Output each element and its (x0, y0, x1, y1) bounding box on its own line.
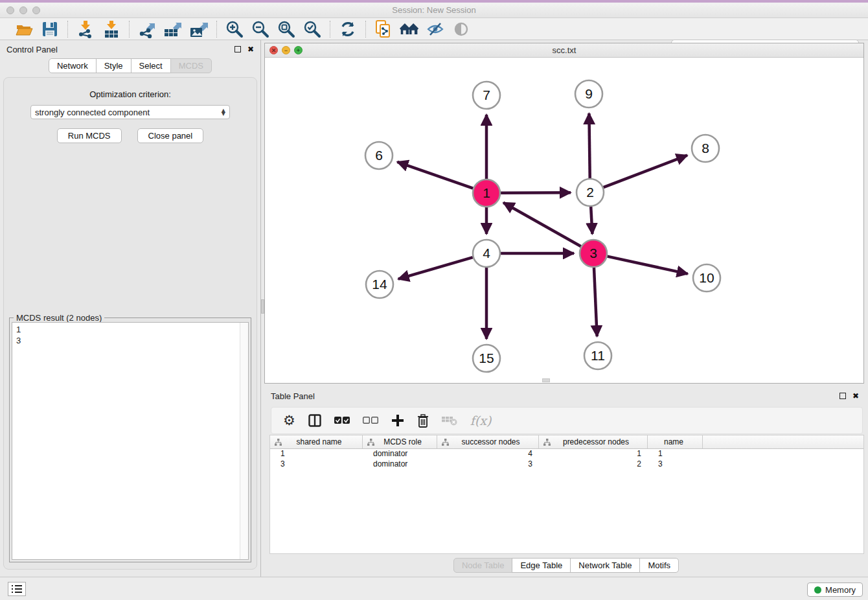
show-all-icon[interactable] (451, 20, 471, 38)
apply-layout-icon[interactable] (338, 20, 358, 38)
float-table-panel-icon[interactable] (839, 393, 846, 399)
zoom-in-icon[interactable] (225, 20, 244, 38)
edge-1-6[interactable] (397, 162, 473, 189)
zoom-out-icon[interactable] (251, 20, 270, 38)
canvas-scroll-thumb[interactable] (542, 378, 550, 382)
mcds-result-title: MCDS result (2 nodes) (14, 313, 104, 323)
tab-motifs[interactable]: Motifs (639, 558, 679, 573)
add-column-icon[interactable] (391, 414, 404, 427)
control-panel-title: Control Panel (6, 45, 58, 54)
column-header-shared-name[interactable]: shared name (270, 435, 363, 448)
cell-shared-name[interactable]: 1 (270, 449, 363, 459)
cell-MCDS-role[interactable]: dominator (363, 459, 437, 470)
zoom-selected-icon[interactable] (303, 20, 322, 38)
cell-name[interactable]: 3 (648, 459, 703, 470)
node-table: shared nameMCDS rolesuccessor nodesprede… (269, 435, 864, 554)
edge-4-14[interactable] (398, 257, 473, 279)
table-row[interactable]: 3dominator323 (270, 459, 863, 470)
edge-2-9[interactable] (589, 113, 589, 178)
svg-text:9: 9 (585, 86, 593, 101)
graph-node-3[interactable]: 3 (580, 240, 607, 267)
edge-3-1[interactable] (503, 203, 581, 246)
control-panel: Control Panel ✖ NetworkStyleSelectMCDS O… (0, 40, 260, 577)
graph-node-9[interactable]: 9 (575, 80, 602, 108)
edge-3-10[interactable] (607, 257, 687, 274)
control-panel-tabs: NetworkStyleSelectMCDS (0, 58, 260, 73)
run-mcds-button[interactable]: Run MCDS (57, 128, 122, 143)
deselect-all-columns-icon[interactable] (363, 417, 378, 424)
export-network-icon[interactable] (137, 20, 157, 38)
column-header-name[interactable]: name (648, 435, 703, 448)
edge-3-11[interactable] (594, 268, 597, 336)
tab-network-table[interactable]: Network Table (570, 558, 640, 573)
tab-mcds[interactable]: MCDS (170, 58, 212, 73)
cell-MCDS-role[interactable]: dominator (363, 449, 437, 459)
memory-button[interactable]: Memory (807, 583, 863, 597)
column-header-successor-nodes[interactable]: successor nodes (437, 435, 539, 448)
criterion-select[interactable]: strongly connected component ▲▼ (30, 105, 230, 119)
graph-node-11[interactable]: 11 (584, 342, 611, 369)
network-canvas[interactable]: 1234678910111415 (265, 58, 863, 383)
close-panel-button[interactable]: Close panel (137, 128, 204, 143)
task-history-button[interactable] (8, 582, 26, 596)
column-header-MCDS-role[interactable]: MCDS role (363, 435, 437, 448)
svg-text:15: 15 (479, 351, 494, 365)
tab-style[interactable]: Style (96, 58, 131, 73)
mcds-result-list[interactable]: 13 (12, 322, 249, 560)
delete-column-icon[interactable] (417, 414, 429, 428)
mcds-result-group: MCDS result (2 nodes) 13 (9, 317, 251, 562)
edge-2-3[interactable] (591, 207, 592, 234)
graph-node-8[interactable]: 8 (692, 135, 719, 162)
fit-content-icon[interactable] (277, 20, 296, 38)
column-header-predecessor-nodes[interactable]: predecessor nodes (539, 435, 648, 448)
save-session-icon[interactable] (40, 20, 60, 38)
node-table-header: shared nameMCDS rolesuccessor nodesprede… (270, 435, 863, 449)
graph-node-7[interactable]: 7 (473, 82, 500, 109)
graph-node-6[interactable]: 6 (365, 142, 393, 169)
graph-node-2[interactable]: 2 (577, 179, 604, 206)
cell-predecessor-nodes[interactable]: 1 (539, 449, 648, 459)
result-line: 1 (16, 324, 248, 335)
tab-network[interactable]: Network (49, 58, 97, 73)
table-row[interactable]: 1dominator411 (270, 449, 863, 459)
import-network-icon[interactable] (76, 20, 95, 38)
graph-node-15[interactable]: 15 (473, 345, 500, 372)
graph-node-14[interactable]: 14 (366, 271, 393, 298)
graph-node-4[interactable]: 4 (473, 240, 500, 267)
export-table-icon[interactable] (163, 20, 183, 38)
edge-1-2[interactable] (501, 192, 571, 193)
column-namespace-icon (441, 438, 450, 446)
settings-icon[interactable]: ⚙ (283, 413, 295, 428)
network-minimize-icon[interactable]: − (282, 46, 290, 54)
network-window-titlebar[interactable]: ✕ − + scc.txt (265, 43, 863, 58)
result-scrollbar[interactable] (240, 323, 248, 559)
cell-successor-nodes[interactable]: 3 (437, 459, 539, 470)
cell-name[interactable]: 1 (648, 449, 703, 459)
select-all-columns-icon[interactable] (334, 417, 350, 424)
memory-status-icon (814, 586, 821, 594)
import-table-icon[interactable] (102, 20, 121, 38)
tab-select[interactable]: Select (131, 58, 171, 73)
hide-selected-icon[interactable] (426, 20, 445, 38)
new-network-from-selection-icon[interactable] (374, 20, 393, 38)
close-table-panel-icon[interactable]: ✖ (852, 393, 859, 399)
network-close-icon[interactable]: ✕ (269, 46, 278, 54)
tab-node-table[interactable]: Node Table (453, 558, 513, 573)
graph-node-1[interactable]: 1 (473, 179, 500, 207)
toggle-columns-icon[interactable] (308, 414, 321, 427)
tab-edge-table[interactable]: Edge Table (512, 558, 571, 573)
export-image-icon[interactable] (189, 20, 209, 38)
function-builder-icon: f(x) (470, 413, 492, 428)
first-neighbors-icon[interactable] (400, 20, 419, 38)
open-session-icon[interactable] (14, 20, 34, 38)
float-panel-icon[interactable] (234, 46, 241, 52)
edge-2-8[interactable] (604, 156, 687, 187)
cell-predecessor-nodes[interactable]: 2 (539, 459, 648, 470)
close-panel-icon[interactable]: ✖ (247, 46, 254, 52)
cell-successor-nodes[interactable]: 4 (437, 449, 539, 459)
network-maximize-icon[interactable]: + (294, 46, 303, 54)
svg-text:6: 6 (375, 148, 383, 163)
node-table-body: 1dominator4113dominator323 (270, 449, 863, 470)
graph-node-10[interactable]: 10 (693, 264, 720, 292)
cell-shared-name[interactable]: 3 (270, 459, 363, 470)
